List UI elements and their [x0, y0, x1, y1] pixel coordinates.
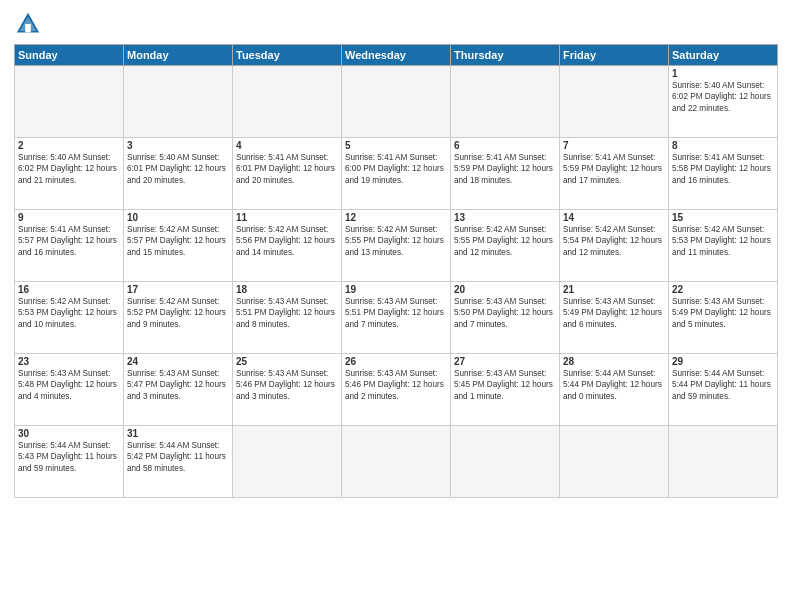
- day-info: Sunrise: 5:43 AM Sunset: 5:47 PM Dayligh…: [127, 368, 229, 402]
- day-cell: 15Sunrise: 5:42 AM Sunset: 5:53 PM Dayli…: [669, 210, 778, 282]
- day-cell: [15, 66, 124, 138]
- day-cell: 24Sunrise: 5:43 AM Sunset: 5:47 PM Dayli…: [124, 354, 233, 426]
- weekday-header-saturday: Saturday: [669, 45, 778, 66]
- day-info: Sunrise: 5:41 AM Sunset: 5:59 PM Dayligh…: [563, 152, 665, 186]
- day-cell: 23Sunrise: 5:43 AM Sunset: 5:48 PM Dayli…: [15, 354, 124, 426]
- day-cell: 12Sunrise: 5:42 AM Sunset: 5:55 PM Dayli…: [342, 210, 451, 282]
- day-number: 6: [454, 140, 556, 151]
- day-cell: 14Sunrise: 5:42 AM Sunset: 5:54 PM Dayli…: [560, 210, 669, 282]
- logo: [14, 10, 46, 38]
- day-cell: 31Sunrise: 5:44 AM Sunset: 5:42 PM Dayli…: [124, 426, 233, 498]
- day-info: Sunrise: 5:41 AM Sunset: 5:59 PM Dayligh…: [454, 152, 556, 186]
- day-number: 18: [236, 284, 338, 295]
- day-cell: 28Sunrise: 5:44 AM Sunset: 5:44 PM Dayli…: [560, 354, 669, 426]
- day-info: Sunrise: 5:43 AM Sunset: 5:48 PM Dayligh…: [18, 368, 120, 402]
- day-info: Sunrise: 5:42 AM Sunset: 5:52 PM Dayligh…: [127, 296, 229, 330]
- day-info: Sunrise: 5:43 AM Sunset: 5:49 PM Dayligh…: [563, 296, 665, 330]
- day-info: Sunrise: 5:42 AM Sunset: 5:53 PM Dayligh…: [672, 224, 774, 258]
- day-cell: 7Sunrise: 5:41 AM Sunset: 5:59 PM Daylig…: [560, 138, 669, 210]
- day-info: Sunrise: 5:42 AM Sunset: 5:55 PM Dayligh…: [345, 224, 447, 258]
- day-info: Sunrise: 5:42 AM Sunset: 5:56 PM Dayligh…: [236, 224, 338, 258]
- day-info: Sunrise: 5:40 AM Sunset: 6:01 PM Dayligh…: [127, 152, 229, 186]
- day-cell: 1Sunrise: 5:40 AM Sunset: 6:02 PM Daylig…: [669, 66, 778, 138]
- day-number: 24: [127, 356, 229, 367]
- day-cell: 30Sunrise: 5:44 AM Sunset: 5:43 PM Dayli…: [15, 426, 124, 498]
- day-number: 8: [672, 140, 774, 151]
- day-cell: 5Sunrise: 5:41 AM Sunset: 6:00 PM Daylig…: [342, 138, 451, 210]
- day-number: 26: [345, 356, 447, 367]
- day-number: 21: [563, 284, 665, 295]
- day-info: Sunrise: 5:42 AM Sunset: 5:53 PM Dayligh…: [18, 296, 120, 330]
- day-cell: [342, 426, 451, 498]
- day-number: 29: [672, 356, 774, 367]
- weekday-header-tuesday: Tuesday: [233, 45, 342, 66]
- day-cell: 19Sunrise: 5:43 AM Sunset: 5:51 PM Dayli…: [342, 282, 451, 354]
- day-number: 2: [18, 140, 120, 151]
- day-number: 27: [454, 356, 556, 367]
- day-number: 31: [127, 428, 229, 439]
- day-number: 19: [345, 284, 447, 295]
- day-info: Sunrise: 5:43 AM Sunset: 5:51 PM Dayligh…: [236, 296, 338, 330]
- weekday-header-thursday: Thursday: [451, 45, 560, 66]
- day-cell: 10Sunrise: 5:42 AM Sunset: 5:57 PM Dayli…: [124, 210, 233, 282]
- day-cell: 8Sunrise: 5:41 AM Sunset: 5:58 PM Daylig…: [669, 138, 778, 210]
- day-number: 16: [18, 284, 120, 295]
- day-cell: [233, 66, 342, 138]
- day-cell: 11Sunrise: 5:42 AM Sunset: 5:56 PM Dayli…: [233, 210, 342, 282]
- day-cell: 4Sunrise: 5:41 AM Sunset: 6:01 PM Daylig…: [233, 138, 342, 210]
- day-number: 7: [563, 140, 665, 151]
- day-number: 3: [127, 140, 229, 151]
- day-cell: [451, 66, 560, 138]
- day-number: 23: [18, 356, 120, 367]
- day-number: 10: [127, 212, 229, 223]
- weekday-header-row: SundayMondayTuesdayWednesdayThursdayFrid…: [15, 45, 778, 66]
- weekday-header-friday: Friday: [560, 45, 669, 66]
- day-info: Sunrise: 5:42 AM Sunset: 5:57 PM Dayligh…: [127, 224, 229, 258]
- weekday-header-sunday: Sunday: [15, 45, 124, 66]
- day-number: 17: [127, 284, 229, 295]
- week-row-2: 9Sunrise: 5:41 AM Sunset: 5:57 PM Daylig…: [15, 210, 778, 282]
- day-cell: [451, 426, 560, 498]
- day-info: Sunrise: 5:41 AM Sunset: 6:00 PM Dayligh…: [345, 152, 447, 186]
- day-info: Sunrise: 5:40 AM Sunset: 6:02 PM Dayligh…: [672, 80, 774, 114]
- day-number: 13: [454, 212, 556, 223]
- day-cell: 18Sunrise: 5:43 AM Sunset: 5:51 PM Dayli…: [233, 282, 342, 354]
- day-cell: [669, 426, 778, 498]
- day-cell: 22Sunrise: 5:43 AM Sunset: 5:49 PM Dayli…: [669, 282, 778, 354]
- day-info: Sunrise: 5:44 AM Sunset: 5:43 PM Dayligh…: [18, 440, 120, 474]
- day-info: Sunrise: 5:43 AM Sunset: 5:50 PM Dayligh…: [454, 296, 556, 330]
- day-info: Sunrise: 5:43 AM Sunset: 5:45 PM Dayligh…: [454, 368, 556, 402]
- day-cell: 17Sunrise: 5:42 AM Sunset: 5:52 PM Dayli…: [124, 282, 233, 354]
- day-number: 4: [236, 140, 338, 151]
- day-cell: 27Sunrise: 5:43 AM Sunset: 5:45 PM Dayli…: [451, 354, 560, 426]
- day-cell: 20Sunrise: 5:43 AM Sunset: 5:50 PM Dayli…: [451, 282, 560, 354]
- day-cell: [124, 66, 233, 138]
- day-info: Sunrise: 5:43 AM Sunset: 5:46 PM Dayligh…: [236, 368, 338, 402]
- day-cell: 21Sunrise: 5:43 AM Sunset: 5:49 PM Dayli…: [560, 282, 669, 354]
- week-row-4: 23Sunrise: 5:43 AM Sunset: 5:48 PM Dayli…: [15, 354, 778, 426]
- day-number: 22: [672, 284, 774, 295]
- day-info: Sunrise: 5:44 AM Sunset: 5:44 PM Dayligh…: [563, 368, 665, 402]
- day-number: 12: [345, 212, 447, 223]
- day-cell: 6Sunrise: 5:41 AM Sunset: 5:59 PM Daylig…: [451, 138, 560, 210]
- weekday-header-wednesday: Wednesday: [342, 45, 451, 66]
- day-cell: 29Sunrise: 5:44 AM Sunset: 5:44 PM Dayli…: [669, 354, 778, 426]
- day-info: Sunrise: 5:43 AM Sunset: 5:49 PM Dayligh…: [672, 296, 774, 330]
- day-cell: 13Sunrise: 5:42 AM Sunset: 5:55 PM Dayli…: [451, 210, 560, 282]
- day-info: Sunrise: 5:41 AM Sunset: 5:58 PM Dayligh…: [672, 152, 774, 186]
- header: [14, 10, 778, 38]
- day-cell: [560, 66, 669, 138]
- day-cell: [233, 426, 342, 498]
- day-info: Sunrise: 5:40 AM Sunset: 6:02 PM Dayligh…: [18, 152, 120, 186]
- day-number: 15: [672, 212, 774, 223]
- weekday-header-monday: Monday: [124, 45, 233, 66]
- page: SundayMondayTuesdayWednesdayThursdayFrid…: [0, 0, 792, 612]
- day-info: Sunrise: 5:41 AM Sunset: 5:57 PM Dayligh…: [18, 224, 120, 258]
- day-number: 30: [18, 428, 120, 439]
- day-number: 20: [454, 284, 556, 295]
- day-info: Sunrise: 5:41 AM Sunset: 6:01 PM Dayligh…: [236, 152, 338, 186]
- day-info: Sunrise: 5:42 AM Sunset: 5:55 PM Dayligh…: [454, 224, 556, 258]
- day-number: 5: [345, 140, 447, 151]
- calendar: SundayMondayTuesdayWednesdayThursdayFrid…: [14, 44, 778, 498]
- day-info: Sunrise: 5:43 AM Sunset: 5:46 PM Dayligh…: [345, 368, 447, 402]
